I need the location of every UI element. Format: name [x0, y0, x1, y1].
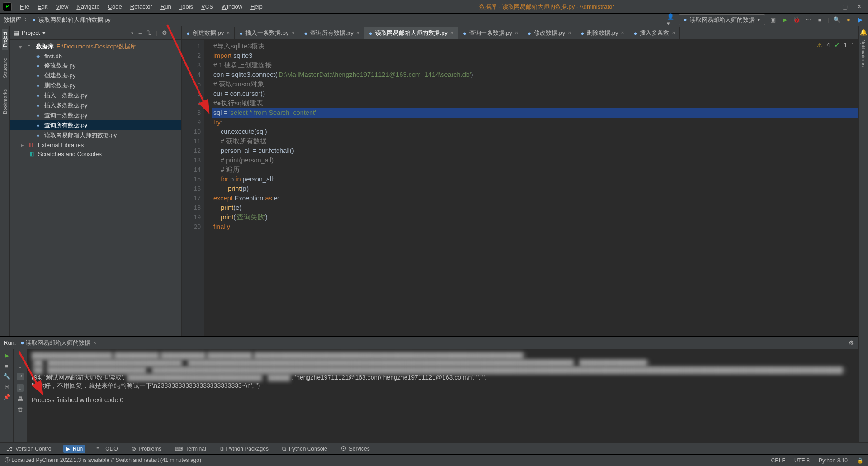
gear-icon[interactable]: ⚙: [849, 339, 854, 346]
menu-code[interactable]: Code: [104, 2, 126, 11]
status-message[interactable]: ⓘ Localized PyCharm 2022.1.3 is availabl…: [5, 456, 201, 464]
close-tab-icon[interactable]: ×: [291, 30, 294, 36]
tree-file[interactable]: ◆first.db: [10, 52, 181, 61]
close-tab-icon[interactable]: ×: [515, 30, 518, 36]
menu-navigate[interactable]: Navigate: [73, 2, 103, 11]
menu-tools[interactable]: Tools: [176, 2, 197, 11]
tree-file[interactable]: ●读取网易邮箱大师的数据.py: [10, 130, 181, 140]
locate-icon[interactable]: ⌖: [131, 29, 134, 37]
menu-edit[interactable]: Edit: [34, 2, 51, 11]
line-separator[interactable]: CRLF: [771, 457, 785, 464]
tree-file[interactable]: ●修改数据.py: [10, 61, 181, 71]
external-libraries[interactable]: ▸ ⫿⫿ External Libraries: [10, 140, 181, 149]
stop-button[interactable]: ■: [816, 16, 824, 24]
menu-help[interactable]: Help: [247, 2, 266, 11]
ide-settings-icon[interactable]: ●: [844, 16, 853, 24]
close-tab-icon[interactable]: ×: [621, 30, 624, 36]
run-anything-icon[interactable]: ▶: [856, 16, 864, 24]
editor-tab[interactable]: ●修改数据.py×: [523, 27, 576, 39]
editor-tab[interactable]: ●查询所有数据.py×: [299, 27, 364, 39]
menu-run[interactable]: Run: [157, 2, 175, 11]
code-line[interactable]: print('查询失败'): [212, 213, 868, 222]
editor-tab[interactable]: ●删除数据.py×: [576, 27, 629, 39]
tree-file[interactable]: ●插入一条数据.py: [10, 90, 181, 100]
chevron-up-icon[interactable]: ˄: [852, 42, 855, 48]
scratches[interactable]: ◧ Scratches and Consoles: [10, 149, 181, 158]
hide-icon[interactable]: —: [172, 29, 178, 37]
close-run-tab[interactable]: ×: [93, 339, 97, 346]
close-tab-icon[interactable]: ×: [450, 30, 453, 36]
code-line[interactable]: cur = con.cursor(): [212, 89, 868, 99]
tool-tab-run[interactable]: ▶Run: [63, 445, 85, 453]
more-run-button[interactable]: ⋯: [804, 16, 812, 24]
code-line[interactable]: person_all = cur.fetchall(): [212, 146, 868, 156]
stop-button[interactable]: ■: [5, 362, 9, 369]
trash-icon[interactable]: 🗑: [17, 406, 23, 413]
encoding[interactable]: UTF-8: [794, 457, 810, 464]
close-button[interactable]: ✕: [857, 3, 862, 10]
notifications-tab[interactable]: Notifications: [861, 36, 866, 70]
close-tab-icon[interactable]: ×: [226, 30, 230, 36]
minimize-button[interactable]: —: [827, 3, 833, 10]
lock-icon[interactable]: 🔒: [857, 457, 863, 464]
run-config-select[interactable]: ● 读取网易邮箱大师的数据 ▾: [679, 14, 765, 25]
code-line[interactable]: finally:: [212, 222, 868, 232]
search-icon[interactable]: 🔍: [833, 16, 841, 24]
tool-tab-terminal[interactable]: ⌨Terminal: [172, 445, 208, 453]
editor-tab[interactable]: ●插入一条数据.py×: [235, 27, 299, 39]
breadcrumb-file[interactable]: 读取网易邮箱大师的数据.py: [38, 16, 111, 24]
code-line[interactable]: except Exception as e:: [212, 194, 868, 203]
code-line[interactable]: cur.execute(sql): [212, 127, 868, 137]
gear-icon[interactable]: ⚙: [162, 29, 167, 37]
maximize-button[interactable]: ▢: [842, 3, 848, 10]
tool-tab-python-console[interactable]: ⧉Python Console: [279, 445, 330, 453]
print-icon[interactable]: 🖶: [17, 395, 23, 402]
code-line[interactable]: con = sqlite3.connect('D:\MailMasterData…: [212, 70, 868, 80]
menu-view[interactable]: View: [52, 2, 72, 11]
code-line[interactable]: import sqlite3: [212, 51, 868, 61]
code-line[interactable]: #导入sqllite3模块: [212, 42, 868, 51]
console-output[interactable]: ██████████████████ ██████████ ██████████…: [27, 349, 868, 442]
up-icon[interactable]: ↑: [19, 352, 22, 359]
wrench-icon[interactable]: 🔧: [3, 373, 10, 380]
menu-vcs[interactable]: VCS: [198, 2, 217, 11]
down-icon[interactable]: ↓: [19, 362, 22, 369]
pin-icon[interactable]: 📌: [3, 394, 10, 400]
project-tool-tab[interactable]: Project: [2, 29, 8, 50]
chevron-down-icon[interactable]: ▾: [42, 29, 46, 36]
close-tab-icon[interactable]: ×: [568, 30, 571, 36]
project-root[interactable]: ▾ 🗀 数据库 E:\Documents\Desktop\数据库: [10, 42, 181, 52]
menu-window[interactable]: Window: [218, 2, 246, 11]
menu-file[interactable]: File: [16, 2, 33, 11]
tree-file[interactable]: ●创建数据.py: [10, 71, 181, 81]
code-line[interactable]: # print(person_all): [212, 156, 868, 165]
code-line[interactable]: # 获取所有数据: [212, 137, 868, 146]
tree-file[interactable]: ●删除数据.py: [10, 81, 181, 90]
chevron-down-icon[interactable]: ˅: [859, 42, 863, 48]
bookmarks-tool-tab[interactable]: Bookmarks: [2, 86, 8, 117]
code-line[interactable]: #●执行sql创建表: [212, 99, 868, 108]
bell-icon[interactable]: 🔔: [860, 29, 867, 36]
inspection-widget[interactable]: ⚠4 ✔1 ˄ ˅: [817, 42, 863, 48]
exit-icon[interactable]: ⎘: [5, 383, 9, 390]
rerun-button[interactable]: ▶: [5, 352, 9, 359]
interpreter[interactable]: Python 3.10: [819, 457, 848, 464]
editor-tab[interactable]: ●创建数据.py×: [182, 27, 235, 39]
tool-tab-todo[interactable]: ≡TODO: [94, 445, 120, 453]
debug-button[interactable]: 🐞: [793, 16, 801, 24]
editor-tab[interactable]: ●查询一条数据.py×: [458, 27, 523, 39]
code-line[interactable]: # 获取cursor对象: [212, 80, 868, 89]
expand-icon[interactable]: ≡: [138, 29, 142, 37]
close-tab-icon[interactable]: ×: [672, 30, 675, 36]
tree-file[interactable]: ●查询一条数据.py: [10, 110, 181, 120]
tool-tab-python-packages[interactable]: ⧉Python Packages: [217, 445, 271, 453]
close-tab-icon[interactable]: ×: [356, 30, 359, 36]
breadcrumb[interactable]: 数据库 〉 ● 读取网易邮箱大师的数据.py: [4, 16, 111, 24]
scroll-end-icon[interactable]: ⤓: [17, 384, 24, 392]
tool-tab-version-control[interactable]: ⎇Version Control: [4, 445, 55, 453]
run-button[interactable]: ▶: [781, 16, 789, 24]
tool-tab-services[interactable]: ⦿Services: [338, 445, 373, 453]
code-line[interactable]: sql = 'select * from Search_content': [212, 108, 868, 118]
editor-tab[interactable]: ●读取网易邮箱大师的数据.py×: [364, 27, 458, 39]
code-line[interactable]: print(e): [212, 203, 868, 213]
